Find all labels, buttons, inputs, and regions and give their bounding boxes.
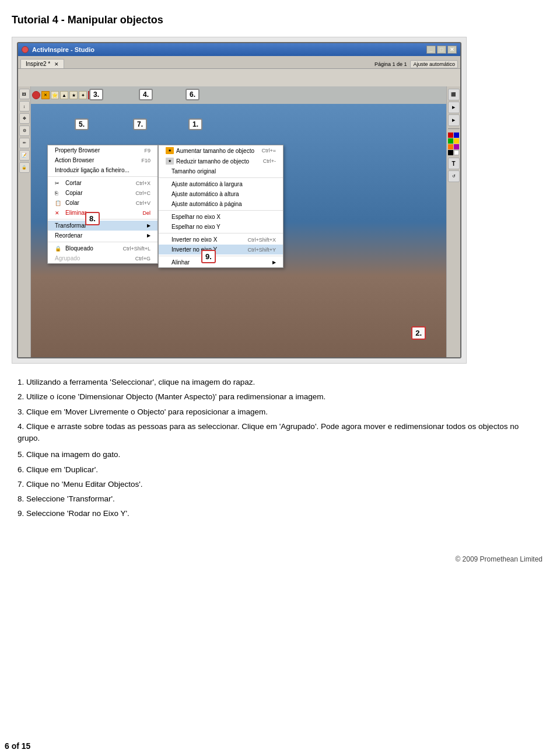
instruction-6-num: 6.: [18, 465, 26, 474]
menu-introduce-link[interactable]: Introduzir ligação a ficheiro...: [48, 165, 158, 175]
color-green[interactable]: [448, 138, 453, 144]
menu-delete[interactable]: ✕ Eliminar Del: [48, 208, 158, 218]
color-purple[interactable]: [454, 144, 459, 149]
separator-2: [48, 219, 158, 219]
color-yellow[interactable]: [454, 138, 459, 144]
sidebar-icon-2[interactable]: ↕: [19, 101, 30, 111]
callout-6-container: 6.: [186, 89, 200, 100]
submenu-decrease-size[interactable]: ★ Reduzir tamanho de objecto Ctrl+-: [159, 156, 283, 166]
instruction-2-text: Utilize o ícone 'Dimensionar Objecto (Ma…: [26, 392, 326, 401]
context-menu: Property Browser F9 Action Browser F10 I…: [47, 145, 158, 264]
title-bar-buttons: _ □ ✕: [426, 46, 457, 54]
color-red[interactable]: [448, 133, 453, 138]
rs-icon-3[interactable]: ▶: [448, 114, 460, 126]
instruction-9: 9. Seleccione 'Rodar no Eixo Y'.: [18, 508, 542, 520]
callout-7: 7.: [133, 118, 147, 130]
tab-inspire2[interactable]: Inspire2 * ✕: [20, 59, 64, 68]
submenu-original-size[interactable]: Tamanho original: [159, 166, 283, 176]
sidebar-icon-4[interactable]: ⚙: [19, 126, 30, 136]
footer: © 2009 Promethean Limited: [12, 543, 548, 575]
sidebar-icon-6[interactable]: 📝: [19, 150, 30, 161]
sub-separator-3: [159, 233, 283, 233]
color-black[interactable]: [448, 150, 453, 155]
instruction-9-text: Seleccione 'Rodar no Eixo Y'.: [26, 509, 130, 518]
instruction-1-text: Utilizando a ferramenta 'Seleccionar', c…: [26, 378, 255, 386]
instructions-section: 1. Utilizando a ferramenta 'Seleccionar'…: [12, 376, 548, 520]
screenshot-box: ActivInspire - Studio _ □ ✕ Inspire2 * ✕…: [12, 37, 467, 364]
toolbar-icon-c[interactable]: ▲: [60, 91, 68, 99]
callout-4: 4.: [139, 89, 153, 100]
sidebar-icon-3[interactable]: ✥: [19, 113, 30, 124]
maximize-button[interactable]: □: [437, 46, 446, 54]
menu-grouped: Agrupado Ctrl+G: [48, 253, 158, 263]
color-orange[interactable]: [448, 144, 453, 149]
separator-1: [48, 176, 158, 177]
instruction-4: 4. Clique e arraste sobre todas as pesso…: [18, 421, 542, 445]
callout-6: 6.: [186, 89, 200, 100]
rs-icon-1[interactable]: ⬛: [448, 89, 460, 100]
page-counter: 6 of 15: [0, 739, 35, 753]
window-icon: [22, 46, 29, 53]
rs-icon-2[interactable]: ▶: [448, 102, 460, 113]
submenu-increase-size[interactable]: ★ Aumentar tamanho de objecto Ctrl+=: [159, 145, 283, 156]
menu-paste[interactable]: 📋 Colar Ctrl+V: [48, 198, 158, 208]
copyright-text: © 2009 Promethean Limited: [455, 555, 542, 563]
menu-action-browser[interactable]: Action Browser F10: [48, 155, 158, 165]
menu-cut[interactable]: ✂ Cortar Ctrl+X: [48, 178, 158, 188]
sidebar-icon-1[interactable]: 🖼: [19, 89, 30, 99]
color-blue[interactable]: [454, 133, 459, 138]
instruction-9-num: 9.: [18, 509, 26, 518]
menu-transform[interactable]: Transformar ▶: [48, 221, 158, 231]
submenu-fit-height[interactable]: Ajuste automático à altura: [159, 189, 283, 199]
callout-3-container: 3.: [89, 89, 103, 100]
minimize-button[interactable]: _: [426, 46, 436, 54]
sidebar-icon-7[interactable]: 🔒: [19, 162, 30, 173]
rs-icon-text[interactable]: T: [448, 158, 460, 169]
sub-separator-2: [159, 210, 283, 211]
instruction-5-num: 5.: [18, 450, 26, 459]
callout-1-container: 1.: [188, 118, 202, 130]
submenu-mirror-y[interactable]: Espelhar no eixo Y: [159, 222, 283, 232]
instruction-7-text: Clique no 'Menu Editar Objectos'.: [26, 480, 143, 489]
submenu-fit-width[interactable]: Ajuste automático à largura: [159, 179, 283, 189]
sub-separator-4: [159, 256, 283, 256]
instruction-8-num: 8.: [18, 494, 26, 503]
instruction-5-text: Clique na imagem do gato.: [26, 450, 120, 459]
menu-reorder[interactable]: Reordenar ▶: [48, 231, 158, 240]
rs-icon-refresh[interactable]: ↺: [448, 170, 460, 182]
auto-fit-button[interactable]: Ajuste automático: [410, 60, 458, 68]
instruction-2: 2. Utilize o ícone 'Dimensionar Objecto …: [18, 391, 542, 403]
toolbar-icon-d[interactable]: ★: [69, 91, 78, 99]
submenu-rotate-y[interactable]: Inverter no eixo Y Ctrl+Shift+Y: [159, 245, 283, 255]
title-bar: ActivInspire - Studio _ □ ✕: [18, 43, 460, 56]
submenu-rotate-x[interactable]: Inverter no eixo X Ctrl+Shift+X: [159, 235, 283, 245]
studio-window: ActivInspire - Studio _ □ ✕ Inspire2 * ✕…: [17, 42, 461, 358]
separator-3: [48, 242, 158, 242]
instruction-7: 7. Clique no 'Menu Editar Objectos'.: [18, 479, 542, 490]
callout-5: 5.: [75, 118, 89, 130]
submenu-fit-page[interactable]: Ajuste automático à página: [159, 199, 283, 209]
toolbar-icon-a[interactable]: ✕: [41, 91, 50, 99]
menu-locked[interactable]: 🔒 Bloqueado Ctrl+Shift+L: [48, 243, 158, 253]
color-white[interactable]: [454, 150, 459, 155]
sidebar-icon-5[interactable]: ✏: [19, 138, 30, 148]
instruction-1: 1. Utilizando a ferramenta 'Seleccionar'…: [18, 376, 542, 388]
instruction-3-text: Clique em 'Mover Livremente o Objecto' p…: [26, 407, 268, 416]
callout-4-container: 4.: [139, 89, 153, 100]
rs-separator: [448, 128, 460, 129]
page-title: Tutorial 4 - Manipular objectos: [12, 14, 548, 26]
main-canvas: ✕ ⭐ ▲ ★ ✦ ✕ 3. 4.: [31, 86, 446, 357]
menu-property-browser[interactable]: Property Browser F9: [48, 145, 158, 155]
callout-2: 2.: [411, 326, 426, 340]
submenu-align[interactable]: Alinhar ▶: [159, 257, 283, 267]
instruction-8-text: Seleccione 'Transformar'.: [26, 494, 115, 503]
callout-9: 9.: [201, 250, 216, 263]
toolbar-icon-b[interactable]: ⭐: [51, 91, 59, 99]
page-container: Tutorial 4 - Manipular objectos ActivIns…: [12, 0, 548, 589]
menu-copy[interactable]: ⎘ Copiar Ctrl+C: [48, 188, 158, 198]
toolbar-icon-e[interactable]: ✦: [79, 91, 87, 99]
close-button[interactable]: ✕: [447, 46, 457, 54]
submenu-mirror-x[interactable]: Espelhar no eixo X: [159, 212, 283, 222]
instruction-1-num: 1.: [18, 378, 26, 386]
right-sidebar: ⬛ ▶ ▶ T ↺: [446, 86, 460, 357]
